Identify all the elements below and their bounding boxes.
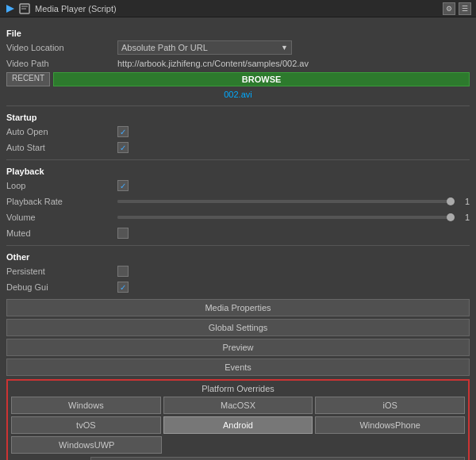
muted-row: Muted <box>6 226 470 240</box>
playback-rate-track[interactable] <box>117 200 451 203</box>
platform-tvos-button[interactable]: tvOS <box>11 416 161 434</box>
separator-2 <box>6 159 470 160</box>
muted-label: Muted <box>6 228 117 238</box>
loop-checkbox[interactable] <box>117 180 129 191</box>
title-bar-icons <box>5 3 30 14</box>
debug-gui-row: Debug Gui <box>6 280 470 294</box>
preview-button[interactable]: Preview <box>6 339 470 356</box>
auto-start-checkbox[interactable] <box>117 142 129 153</box>
dropdown-arrow-icon: ▼ <box>281 44 288 52</box>
debug-gui-label: Debug Gui <box>6 282 117 292</box>
volume-slider-row: 1 <box>117 213 470 222</box>
platform-extra-row: WindowsUWP <box>11 436 465 454</box>
menu-button[interactable]: ☰ <box>459 2 471 15</box>
settings-button[interactable]: ⚙ <box>443 2 455 15</box>
video-location-label: Video Location <box>6 43 117 52</box>
browse-row: RECENT BROWSE <box>6 72 470 86</box>
filename-display: 002.avi <box>6 88 470 101</box>
volume-row: Volume 1 <box>6 210 470 224</box>
muted-checkbox[interactable] <box>117 228 129 239</box>
title-bar: Media Player (Script) ⚙ ☰ <box>0 0 476 17</box>
persistent-row: Persistent <box>6 264 470 278</box>
platform-windowsphone-button[interactable]: WindowsPhone <box>315 416 465 434</box>
platform-overrides-header: Platform Overrides <box>11 384 465 393</box>
auto-start-label: Auto Start <box>6 143 117 152</box>
file-section-header: File <box>6 29 470 38</box>
volume-label: Volume <box>6 213 117 222</box>
svg-marker-0 <box>6 5 14 13</box>
auto-open-checkbox[interactable] <box>117 126 129 137</box>
video-path-row: Video Path http://arbook.jizhifeng.cn/Co… <box>6 56 470 71</box>
override-path-dropdown[interactable]: ▼ <box>90 457 465 460</box>
media-properties-button[interactable]: Media Properties <box>6 299 470 316</box>
separator-1 <box>6 105 470 106</box>
playback-section-header: Playback <box>6 167 470 176</box>
volume-thumb[interactable] <box>447 213 455 221</box>
auto-open-label: Auto Open <box>6 127 117 136</box>
video-location-value: Absolute Path Or URL <box>121 43 208 52</box>
auto-start-row: Auto Start <box>6 140 470 155</box>
window-title: Media Player (Script) <box>35 4 443 13</box>
platform-overrides-section: Platform Overrides Windows MacOSX iOS tv… <box>6 379 470 460</box>
playback-rate-label: Playback Rate <box>6 197 117 206</box>
platform-grid-2: tvOS Android WindowsPhone <box>11 416 465 434</box>
platform-android-button[interactable]: Android <box>163 416 313 434</box>
platform-windows-button[interactable]: Windows <box>11 397 161 414</box>
playback-rate-slider-row: 1 <box>117 197 470 206</box>
events-button[interactable]: Events <box>6 358 470 376</box>
persistent-checkbox[interactable] <box>117 266 129 277</box>
loop-row: Loop <box>6 178 470 193</box>
debug-gui-checkbox[interactable] <box>117 282 129 293</box>
playback-rate-fill <box>117 200 451 203</box>
persistent-label: Persistent <box>6 266 117 276</box>
separator-3 <box>6 245 470 246</box>
playback-rate-value: 1 <box>454 197 470 206</box>
volume-value: 1 <box>454 213 470 222</box>
loop-label: Loop <box>6 181 117 190</box>
platform-ios-button[interactable]: iOS <box>315 397 465 414</box>
volume-track[interactable] <box>117 216 451 219</box>
script-icon <box>19 3 30 14</box>
playback-rate-row: Playback Rate 1 <box>6 194 470 209</box>
action-buttons: Media Properties Global Settings Preview… <box>6 299 470 376</box>
startup-section-header: Startup <box>6 113 470 122</box>
video-path-value: http://arbook.jizhifeng.cn/Content/sampl… <box>117 59 309 68</box>
browse-button[interactable]: BROWSE <box>53 72 470 86</box>
video-path-label: Video Path <box>6 59 117 68</box>
title-actions[interactable]: ⚙ ☰ <box>443 2 471 15</box>
platform-windowsuwp-button[interactable]: WindowsUWP <box>11 436 162 454</box>
platform-grid-1: Windows MacOSX iOS <box>11 397 465 414</box>
video-location-dropdown[interactable]: Absolute Path Or URL ▼ <box>117 40 292 55</box>
platform-macosx-button[interactable]: MacOSX <box>163 397 313 414</box>
override-path-row: Override Path ▼ <box>11 457 465 460</box>
media-player-icon <box>5 3 16 14</box>
other-section-header: Other <box>6 252 470 262</box>
video-location-row: Video Location Absolute Path Or URL ▼ <box>6 40 470 55</box>
playback-rate-thumb[interactable] <box>447 197 455 205</box>
main-panel: File Video Location Absolute Path Or URL… <box>0 17 476 460</box>
auto-open-row: Auto Open <box>6 125 470 139</box>
recent-button[interactable]: RECENT <box>6 72 50 86</box>
global-settings-button[interactable]: Global Settings <box>6 319 470 336</box>
volume-fill <box>117 216 451 219</box>
